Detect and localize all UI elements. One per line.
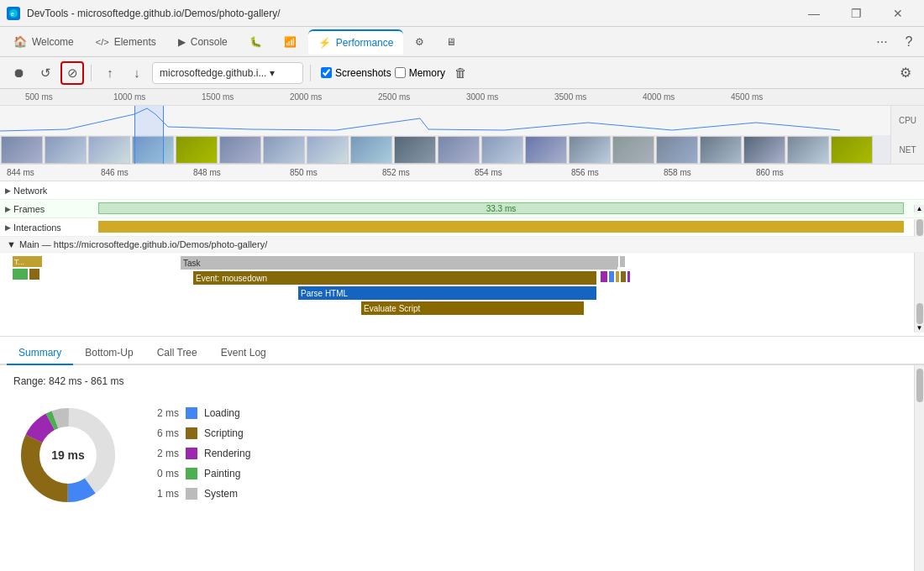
tab-gear[interactable]: ⚙ [405, 29, 434, 55]
timeline-overview[interactable]: 500 ms 1000 ms 1500 ms 2000 ms 2500 ms 3… [0, 89, 924, 165]
close-button[interactable]: ✕ [879, 0, 917, 27]
tab-debugger[interactable]: 🐛 [239, 29, 272, 55]
tab-elements[interactable]: </> Elements [86, 29, 166, 55]
restore-button[interactable]: ❐ [837, 0, 875, 27]
tab-performance[interactable]: ⚡ Performance [308, 29, 404, 55]
tab-welcome[interactable]: 🏠 Welcome [3, 29, 84, 55]
summary-body: 19 ms 2 ms Loading 6 ms Scripting [13, 401, 911, 510]
flame-small-1: T... [13, 256, 42, 267]
console-icon: ▶ [178, 36, 186, 48]
summary-legend: 2 ms Loading 6 ms Scripting 2 ms Renderi… [150, 401, 250, 500]
bottom-scrollbar[interactable] [914, 365, 924, 571]
event-log-tab-label: Event Log [221, 347, 266, 359]
network-track-label: Network [13, 186, 47, 196]
tab-monitor[interactable]: 🖥 [436, 29, 466, 55]
help-button[interactable]: ? [897, 30, 921, 54]
flame-chart[interactable]: T... Task Event: mousedown Parse HTML Ev… [0, 253, 924, 333]
bottom-scroll-thumb[interactable] [916, 369, 923, 402]
legend-row-loading: 2 ms Loading [150, 407, 250, 419]
main-expand-arrow[interactable]: ▼ [7, 239, 16, 249]
frames-track-label: Frames [13, 204, 45, 214]
flame-parse-bar[interactable]: Parse HTML [298, 286, 596, 300]
dropdown-arrow: ▾ [270, 67, 275, 79]
donut-center-label: 19 ms [51, 448, 85, 462]
flame-evaluate-bar[interactable]: Evaluate Script [361, 301, 584, 315]
overview-body[interactable]: CPU NET [0, 106, 924, 165]
cpu-label: CPU [899, 116, 916, 125]
system-swatch [186, 488, 197, 500]
network-track-row[interactable]: ▶ Network [0, 181, 924, 200]
screenshot-thumb [525, 136, 567, 164]
painting-ms: 0 ms [150, 468, 179, 479]
memory-checkbox[interactable] [395, 67, 406, 78]
tab-event-log[interactable]: Event Log [209, 342, 278, 365]
reload-record-button[interactable]: ↺ [34, 61, 57, 85]
screenshot-thumb [45, 136, 87, 164]
screenshots-checkbox[interactable] [321, 67, 332, 78]
overview-ruler: 500 ms 1000 ms 1500 ms 2000 ms 2500 ms 3… [0, 89, 924, 106]
detail-mark-856: 856 ms [571, 168, 599, 177]
delete-profile-button[interactable]: 🗑 [449, 61, 472, 85]
elements-icon: </> [96, 37, 109, 47]
tab-welcome-label: Welcome [32, 36, 74, 48]
donut-chart: 19 ms [13, 401, 123, 510]
url-text: microsoftedge.github.i... [160, 67, 266, 79]
interactions-expand-arrow[interactable]: ▶ [5, 223, 11, 232]
frames-track-row[interactable]: ▶ Frames 33.3 ms ▲ [0, 200, 924, 218]
tab-bottom-up[interactable]: Bottom-Up [73, 342, 144, 365]
detail-timeline[interactable]: 844 ms 846 ms 848 ms 850 ms 852 ms 854 m… [0, 165, 924, 337]
summary-tab-label: Summary [18, 347, 61, 359]
ruler-mark-4000: 4000 ms [643, 92, 675, 102]
flame-scroll-down[interactable]: ▼ [915, 322, 924, 333]
flame-purple [601, 271, 607, 282]
flame-scroll-thumb[interactable] [916, 303, 923, 324]
tab-console[interactable]: ▶ Console [168, 29, 238, 55]
debugger-icon: 🐛 [249, 36, 262, 48]
tab-summary[interactable]: Summary [7, 342, 73, 365]
interactions-label-cell[interactable]: ▶ Interactions [2, 223, 98, 233]
interactions-content [98, 218, 914, 236]
window-title: DevTools - microsoftedge.github.io/Demos… [27, 8, 788, 19]
tab-elements-label: Elements [114, 36, 156, 48]
screenshot-thumb [88, 136, 130, 164]
flame-parse-label: Parse HTML [301, 289, 348, 298]
interactions-track-row[interactable]: ▶ Interactions [0, 218, 924, 237]
title-bar: e DevTools - microsoftedge.github.io/Dem… [0, 0, 924, 27]
legend-row-painting: 0 ms Painting [150, 468, 250, 479]
main-track-header: ▼ Main — https://microsoftedge.github.io… [0, 237, 924, 253]
frames-expand-arrow[interactable]: ▶ [5, 205, 11, 213]
screenshot-thumb [481, 136, 523, 164]
interactions-scroll-thumb[interactable] [916, 219, 923, 236]
screenshot-thumb [438, 136, 480, 164]
upload-button[interactable]: ↑ [98, 61, 122, 85]
tab-console-label: Console [191, 36, 228, 48]
system-ms: 1 ms [150, 488, 179, 500]
network-expand-arrow[interactable]: ▶ [5, 186, 11, 195]
scripting-label: Scripting [204, 427, 244, 439]
more-tabs-button[interactable]: ··· [870, 30, 894, 54]
record-button[interactable]: ⏺ [7, 61, 30, 85]
detail-mark-858: 858 ms [664, 168, 691, 177]
network-label[interactable]: ▶ Network [2, 186, 98, 196]
tab-network-signal[interactable]: 📶 [274, 29, 307, 55]
rendering-swatch [186, 448, 197, 459]
flame-scrollbar[interactable]: ▼ [914, 253, 924, 333]
flame-task-bar[interactable]: Task [181, 256, 617, 270]
frames-scroll-up[interactable]: ▲ [914, 205, 924, 212]
performance-settings-button[interactable]: ⚙ [894, 61, 917, 85]
monitor-icon: 🖥 [446, 36, 456, 48]
flame-event-bar[interactable]: Event: mousedown [193, 271, 596, 285]
download-button[interactable]: ↓ [125, 61, 149, 85]
screenshots-checkbox-label[interactable]: Screenshots [321, 67, 391, 79]
minimize-button[interactable]: — [795, 0, 833, 27]
frames-label-cell[interactable]: ▶ Frames [2, 204, 98, 214]
screenshot-thumb [307, 136, 349, 164]
tab-call-tree[interactable]: Call Tree [145, 342, 209, 365]
scripting-ms: 6 ms [150, 427, 179, 439]
app-icon: e [7, 7, 20, 20]
clear-button[interactable]: ⊘ [60, 61, 84, 85]
memory-checkbox-label[interactable]: Memory [395, 67, 445, 79]
net-label: NET [900, 145, 916, 155]
ruler-mark-2000: 2000 ms [290, 92, 322, 102]
time-selection-overlay[interactable] [134, 106, 164, 165]
